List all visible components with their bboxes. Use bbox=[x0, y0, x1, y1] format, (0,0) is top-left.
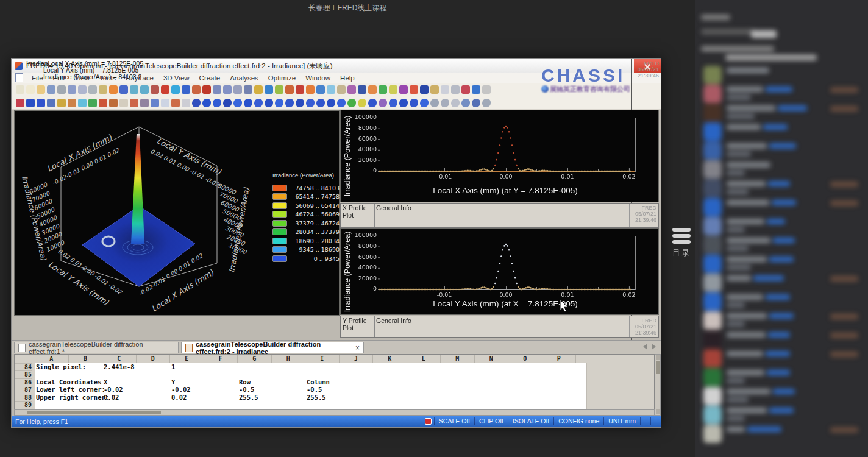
tab-general-info[interactable]: General Info bbox=[376, 204, 411, 211]
tab-scroll-left-icon[interactable] bbox=[643, 344, 647, 350]
toolbar-icon[interactable] bbox=[213, 85, 221, 94]
menu-item-3d-view[interactable]: 3D View bbox=[158, 74, 194, 82]
toolbar-icon[interactable] bbox=[223, 99, 232, 107]
toolbar-icon[interactable] bbox=[213, 99, 221, 107]
toolbar-icon[interactable] bbox=[119, 99, 128, 107]
x-profile-plot[interactable]: Irradiance (Power/Area) Local X Axis (mm… bbox=[340, 110, 659, 202]
toolbar-icon[interactable] bbox=[99, 85, 107, 94]
toolbar-icon[interactable] bbox=[441, 99, 449, 107]
document-icon[interactable] bbox=[15, 73, 23, 82]
toolbar-icon[interactable] bbox=[182, 99, 190, 107]
toolbar-icon[interactable] bbox=[482, 85, 491, 94]
toolbar-icon[interactable] bbox=[88, 85, 97, 94]
toolbar-icon[interactable] bbox=[275, 85, 283, 94]
toolbar-icon[interactable] bbox=[130, 99, 138, 107]
toolbar-icon[interactable] bbox=[16, 85, 24, 94]
scroll-up-icon[interactable] bbox=[656, 355, 660, 360]
toolbar-icon[interactable] bbox=[337, 99, 346, 107]
toolbar-icon[interactable] bbox=[399, 85, 408, 94]
horizontal-scrollbar[interactable] bbox=[14, 409, 655, 416]
scroll-thumb[interactable] bbox=[27, 411, 161, 414]
toolbar-icon[interactable] bbox=[420, 85, 429, 94]
y-profile-plot[interactable]: Irradiance (Power/Area) Local Y Axis (mm… bbox=[340, 228, 659, 315]
toolbar-icon[interactable] bbox=[379, 99, 387, 107]
chat-row[interactable] bbox=[703, 198, 862, 216]
toolbar-icon[interactable] bbox=[316, 85, 325, 94]
toolbar-icon[interactable] bbox=[151, 85, 159, 94]
toolbar-icon[interactable] bbox=[26, 99, 35, 107]
toolbar-icon[interactable] bbox=[306, 99, 315, 107]
toolbar-icon[interactable] bbox=[358, 99, 366, 107]
chat-sidebar[interactable] bbox=[695, 0, 868, 457]
toolbar-icon[interactable] bbox=[47, 99, 55, 107]
tab-y-profile-plot[interactable]: Y Profile Plot bbox=[341, 316, 375, 337]
tab-close-icon[interactable]: × bbox=[355, 344, 360, 352]
toolbar-icon[interactable] bbox=[130, 85, 138, 94]
document-tab-1[interactable]: cassegrainTelescopeBuilder diffraction e… bbox=[14, 342, 179, 353]
chat-row[interactable] bbox=[703, 85, 862, 103]
chat-row[interactable] bbox=[703, 311, 862, 330]
toolbar-icon[interactable] bbox=[296, 99, 304, 107]
toolbar-icon[interactable] bbox=[68, 99, 76, 107]
toolbar-icon[interactable] bbox=[306, 85, 315, 94]
toolbar-icon[interactable] bbox=[461, 85, 470, 94]
toolbar-icon[interactable] bbox=[57, 99, 66, 107]
chat-row[interactable] bbox=[703, 141, 862, 160]
toolbar-icon[interactable] bbox=[347, 85, 356, 94]
toolbar-icon[interactable] bbox=[441, 85, 449, 94]
toolbar-icon[interactable] bbox=[451, 99, 460, 107]
toolbar-icon[interactable] bbox=[88, 99, 97, 107]
chat-row[interactable] bbox=[703, 274, 862, 292]
toolbar-icon[interactable] bbox=[161, 85, 169, 94]
toolbar-icon[interactable] bbox=[109, 85, 118, 94]
toolbar-icon[interactable] bbox=[223, 85, 232, 94]
toolbar-icon[interactable] bbox=[233, 85, 242, 94]
toolbar-icon[interactable] bbox=[171, 85, 180, 94]
toolbar-icon[interactable] bbox=[316, 99, 325, 107]
menu-item-analyses[interactable]: Analyses bbox=[225, 74, 263, 82]
toolbar-icon[interactable] bbox=[461, 99, 470, 107]
toolbar-icon[interactable] bbox=[472, 99, 480, 107]
scroll-down-icon[interactable] bbox=[656, 409, 660, 414]
toolbar-icon[interactable] bbox=[78, 85, 87, 94]
toolbar-icon[interactable] bbox=[233, 99, 242, 107]
chat-row[interactable] bbox=[703, 255, 862, 273]
chat-row[interactable] bbox=[703, 179, 862, 197]
toolbar-icon[interactable] bbox=[68, 85, 76, 94]
chat-row[interactable] bbox=[703, 160, 862, 179]
toolbar-icon[interactable] bbox=[472, 85, 480, 94]
toc-toggle-button[interactable]: 目录 bbox=[671, 228, 692, 258]
toolbar-icon[interactable] bbox=[244, 99, 252, 107]
toolbar-icon[interactable] bbox=[57, 85, 66, 94]
chat-row[interactable] bbox=[703, 104, 862, 122]
toolbar-icon[interactable] bbox=[119, 85, 128, 94]
toolbar-icon[interactable] bbox=[430, 99, 439, 107]
chat-row[interactable] bbox=[703, 330, 862, 349]
toolbar-icon[interactable] bbox=[161, 99, 169, 107]
toolbar-icon[interactable] bbox=[99, 99, 107, 107]
toolbar-icon[interactable] bbox=[420, 99, 429, 107]
toolbar-icon[interactable] bbox=[16, 99, 24, 107]
tab-scroll-right-icon[interactable] bbox=[652, 344, 656, 350]
menu-item-help[interactable]: Help bbox=[335, 74, 360, 82]
toolbar-icon[interactable] bbox=[327, 85, 335, 94]
toolbar-icon[interactable] bbox=[265, 99, 273, 107]
toolbar-icon[interactable] bbox=[26, 85, 35, 94]
toolbar-icon[interactable] bbox=[37, 85, 45, 94]
chat-row[interactable] bbox=[703, 292, 862, 311]
toolbar-icon[interactable] bbox=[78, 99, 87, 107]
tab-general-info[interactable]: General Info bbox=[376, 317, 411, 324]
irradiance-3d-plot[interactable]: Local X Axis (mm) -0.02-0.01 0.00 0.01 0… bbox=[14, 110, 340, 316]
menu-item-window[interactable]: Window bbox=[301, 74, 335, 82]
toolbar-icon[interactable] bbox=[254, 85, 263, 94]
toolbar-icon[interactable] bbox=[202, 99, 211, 107]
toolbar-icon[interactable] bbox=[347, 99, 356, 107]
scroll-thumb[interactable] bbox=[656, 361, 660, 374]
toolbar-icon[interactable] bbox=[171, 99, 180, 107]
toolbar-icon[interactable] bbox=[275, 99, 283, 107]
toolbar-icon[interactable] bbox=[358, 85, 366, 94]
chat-row[interactable] bbox=[703, 122, 862, 141]
toolbar-icon[interactable] bbox=[327, 99, 335, 107]
chat-row[interactable] bbox=[703, 217, 862, 235]
toolbar-icon[interactable] bbox=[389, 85, 397, 94]
